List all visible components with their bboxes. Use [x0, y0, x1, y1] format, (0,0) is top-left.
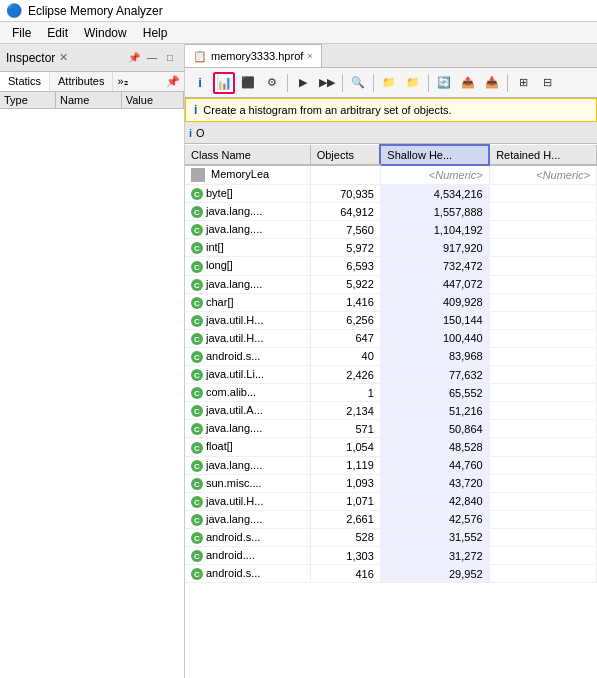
- table-row[interactable]: float[]1,05448,528: [185, 438, 597, 456]
- table-row[interactable]: java.lang....1,11944,760: [185, 456, 597, 474]
- table-row[interactable]: java.lang....64,9121,557,888: [185, 203, 597, 221]
- toolbar-open2-btn[interactable]: 📁: [402, 72, 424, 94]
- toolbar-dominator-btn[interactable]: ⬛: [237, 72, 259, 94]
- toolbar-oql-btn[interactable]: ⚙: [261, 72, 283, 94]
- toolbar-sep4: [428, 74, 429, 92]
- cell-objects: 1,054: [310, 438, 380, 456]
- main-panel: 📋 memory3333.hprof × i 📊 ⬛ ⚙ ▶ ▶▶ 🔍 📁 📁 …: [185, 44, 597, 678]
- toolbar-import-btn[interactable]: 📥: [481, 72, 503, 94]
- table-row[interactable]: int[]5,972917,920: [185, 239, 597, 257]
- tab-statics[interactable]: Statics: [0, 72, 50, 91]
- cell-shallow: 100,440: [380, 329, 489, 347]
- toolbar-export-btn[interactable]: 📤: [457, 72, 479, 94]
- table-row[interactable]: android.s...4083,968: [185, 347, 597, 365]
- cell-retained: [489, 329, 596, 347]
- file-tab-close-btn[interactable]: ×: [307, 51, 312, 61]
- table-row[interactable]: android.s...52831,552: [185, 528, 597, 546]
- table-filter-row: MemoryLea <Numeric> <Numeric>: [185, 165, 597, 185]
- tab-more[interactable]: »₂: [113, 72, 131, 91]
- cell-objects: 7,560: [310, 221, 380, 239]
- col-value: Value: [121, 92, 183, 109]
- table-row[interactable]: sun.misc....1,09343,720: [185, 474, 597, 492]
- cell-shallow: 50,864: [380, 420, 489, 438]
- menu-file[interactable]: File: [4, 24, 39, 42]
- menu-help[interactable]: Help: [135, 24, 176, 42]
- cell-retained: [489, 510, 596, 528]
- inspector-header: Inspector ✕ 📌 — □: [0, 44, 184, 72]
- table-row[interactable]: java.util.H...6,256150,144: [185, 311, 597, 329]
- toolbar-run2-btn[interactable]: ▶▶: [316, 72, 338, 94]
- cell-shallow: 31,552: [380, 528, 489, 546]
- cell-shallow: 150,144: [380, 311, 489, 329]
- menu-window[interactable]: Window: [76, 24, 135, 42]
- filter-shallow: <Numeric>: [380, 165, 489, 185]
- toolbar-layout-btn[interactable]: ⊟: [536, 72, 558, 94]
- toolbar-refresh-btn[interactable]: 🔄: [433, 72, 455, 94]
- table-row[interactable]: java.util.A...2,13451,216: [185, 402, 597, 420]
- tab-attributes[interactable]: Attributes: [50, 72, 113, 91]
- file-tab-memory[interactable]: 📋 memory3333.hprof ×: [185, 44, 322, 67]
- table-row[interactable]: java.lang....2,66142,576: [185, 510, 597, 528]
- table-row[interactable]: android.s...41629,952: [185, 565, 597, 583]
- toolbar-info-btn[interactable]: i: [189, 72, 211, 94]
- cell-retained: [489, 203, 596, 221]
- cell-class-name: android.s...: [185, 565, 310, 583]
- table-row[interactable]: java.util.Li...2,42677,632: [185, 366, 597, 384]
- inspector-maximize-btn[interactable]: □: [162, 50, 178, 66]
- table-row[interactable]: com.alib...165,552: [185, 384, 597, 402]
- col-retained: Retained H...: [489, 145, 596, 165]
- inspector-close-icon[interactable]: ✕: [59, 51, 68, 64]
- toolbar-open-btn[interactable]: 📁: [378, 72, 400, 94]
- cell-shallow: 409,928: [380, 293, 489, 311]
- cell-retained: [489, 366, 596, 384]
- cell-shallow: 48,528: [380, 438, 489, 456]
- cell-objects: 1,303: [310, 546, 380, 564]
- cell-retained: [489, 384, 596, 402]
- table-row[interactable]: byte[]70,9354,534,216: [185, 185, 597, 203]
- toolbar-sep5: [507, 74, 508, 92]
- inspector-pin-btn[interactable]: 📌: [126, 50, 142, 66]
- cell-retained: [489, 275, 596, 293]
- toolbar-histogram-btn[interactable]: 📊: [213, 72, 235, 94]
- col-name: Name: [55, 92, 121, 109]
- toolbar-run-btn[interactable]: ▶: [292, 72, 314, 94]
- table-row[interactable]: java.lang....7,5601,104,192: [185, 221, 597, 239]
- cell-shallow: 42,840: [380, 492, 489, 510]
- toolbar-search-btn[interactable]: 🔍: [347, 72, 369, 94]
- cell-shallow: 83,968: [380, 347, 489, 365]
- table-row[interactable]: long[]6,593732,472: [185, 257, 597, 275]
- cell-objects: 1,416: [310, 293, 380, 311]
- cell-class-name: java.lang....: [185, 420, 310, 438]
- table-row[interactable]: java.util.H...647100,440: [185, 329, 597, 347]
- data-table-container[interactable]: Class Name Objects Shallow He... Retaine…: [185, 144, 597, 678]
- table-row[interactable]: char[]1,416409,928: [185, 293, 597, 311]
- cell-objects: 2,426: [310, 366, 380, 384]
- app-title: Eclipse Memory Analyzer: [28, 4, 163, 18]
- toolbar-grid-btn[interactable]: ⊞: [512, 72, 534, 94]
- table-row[interactable]: android....1,30331,272: [185, 546, 597, 564]
- toolbar-sep3: [373, 74, 374, 92]
- cell-shallow: 65,552: [380, 384, 489, 402]
- cell-objects: 6,593: [310, 257, 380, 275]
- cell-retained: [489, 311, 596, 329]
- cell-objects: 1: [310, 384, 380, 402]
- inspector-minimize-btn[interactable]: —: [144, 50, 160, 66]
- cell-retained: [489, 528, 596, 546]
- cell-retained: [489, 420, 596, 438]
- menu-edit[interactable]: Edit: [39, 24, 76, 42]
- cell-shallow: 1,104,192: [380, 221, 489, 239]
- title-bar: 🔵 Eclipse Memory Analyzer: [0, 0, 597, 22]
- cell-objects: 528: [310, 528, 380, 546]
- tab-pin-btn[interactable]: 📌: [162, 72, 184, 91]
- table-row[interactable]: java.util.H...1,07142,840: [185, 492, 597, 510]
- table-row[interactable]: java.lang....5,922447,072: [185, 275, 597, 293]
- cell-class-name: java.lang....: [185, 510, 310, 528]
- cell-class-name: java.lang....: [185, 221, 310, 239]
- cell-retained: [489, 565, 596, 583]
- cell-retained: [489, 221, 596, 239]
- cell-shallow: 1,557,888: [380, 203, 489, 221]
- cell-objects: 2,661: [310, 510, 380, 528]
- cell-retained: [489, 474, 596, 492]
- filter-class: MemoryLea: [185, 165, 310, 185]
- table-row[interactable]: java.lang....57150,864: [185, 420, 597, 438]
